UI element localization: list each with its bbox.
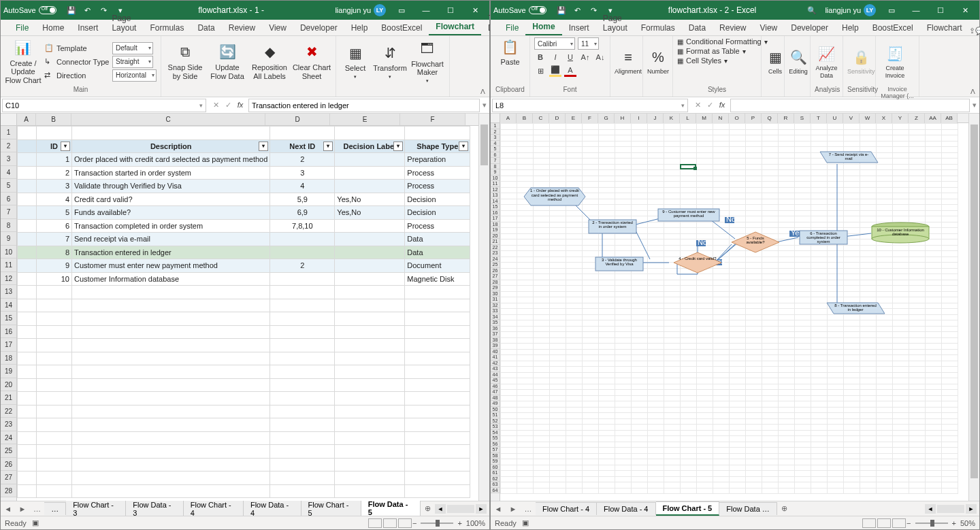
tab-help[interactable]: Help (344, 20, 375, 35)
cell[interactable] (37, 352, 72, 365)
cell[interactable]: Order placed with credit card selected a… (72, 153, 270, 167)
row-header[interactable]: 10 (1, 246, 16, 259)
col-header[interactable]: D (265, 114, 330, 125)
sheet-nav-button[interactable]: ◄ (491, 505, 506, 513)
cell[interactable]: 9 (37, 259, 72, 273)
row-header[interactable]: 57 (491, 447, 500, 453)
cell[interactable] (405, 458, 470, 471)
cell[interactable]: 7 (37, 233, 72, 246)
font-size-combo[interactable]: 11 (578, 37, 599, 50)
vertical-scrollbar[interactable] (968, 114, 979, 501)
hscroll-left[interactable]: ◄ (925, 504, 936, 514)
row-header[interactable]: 21 (1, 391, 16, 405)
view-pagebreak-button[interactable] (398, 518, 412, 528)
cell[interactable]: 3 (270, 166, 335, 180)
cell[interactable] (335, 392, 405, 405)
cell[interactable] (18, 153, 37, 167)
cell[interactable] (18, 219, 37, 233)
col-header[interactable]: F (400, 114, 466, 125)
row-header[interactable]: 36 (491, 326, 500, 332)
row-header[interactable]: 11 (491, 181, 500, 187)
sheet-tab[interactable]: Flow Chart - 5 (656, 501, 720, 516)
row-header[interactable]: 55 (491, 435, 500, 442)
cell[interactable]: Process (405, 166, 470, 180)
cell[interactable]: Decision (405, 206, 470, 220)
cell[interactable]: 3 (37, 180, 72, 193)
cell[interactable]: Magnetic Disk (405, 272, 470, 286)
cell[interactable] (270, 418, 335, 432)
row-header[interactable]: 61 (491, 470, 500, 476)
tab-developer[interactable]: Developer (293, 20, 344, 35)
cell[interactable] (18, 206, 37, 220)
row-header[interactable]: 14 (491, 199, 500, 205)
flowchart-maker-button[interactable]: 🗔Flowchart Maker▾ (410, 39, 445, 84)
cell[interactable]: 5 (37, 206, 72, 220)
cell[interactable] (335, 166, 405, 180)
zoom-out-button[interactable]: − (412, 519, 416, 527)
row-header[interactable]: 17 (1, 338, 16, 352)
undo-icon[interactable]: ↶ (81, 3, 95, 17)
format-as-table-button[interactable]: ▦ Format as Table ▾ (677, 47, 746, 55)
sheet-nav-button[interactable]: ► (15, 505, 29, 513)
formula-bar[interactable]: Transaction entered in ledger (248, 99, 480, 112)
row-header[interactable]: 54 (491, 430, 500, 436)
cell[interactable] (270, 325, 335, 339)
border-button[interactable]: ⊞ (534, 65, 546, 77)
col-header[interactable]: AB (941, 114, 958, 123)
cell[interactable] (270, 352, 335, 365)
row-header[interactable]: 13 (491, 193, 500, 199)
macro-record-icon[interactable]: ▣ (32, 518, 39, 527)
cell[interactable] (335, 365, 405, 379)
tab-data[interactable]: Data (682, 20, 713, 35)
tab-insert[interactable]: Insert (71, 20, 105, 35)
cell[interactable] (335, 153, 405, 167)
cell-styles-button[interactable]: ▦ Cell Styles ▾ (677, 56, 728, 65)
col-header[interactable]: X (876, 114, 892, 123)
cell[interactable] (18, 233, 37, 246)
enter-formula-icon[interactable]: ✓ (223, 101, 233, 110)
sheet-tab[interactable]: Flow Data - 4 (597, 502, 655, 515)
row-header[interactable]: 18 (1, 352, 16, 365)
sheet-tab[interactable]: Flow Data … (719, 502, 777, 515)
fx-icon[interactable]: fx (235, 101, 246, 110)
col-header[interactable]: V (843, 114, 860, 123)
row-header[interactable]: 26 (491, 268, 500, 274)
tab-flowchart[interactable]: Flowchart (429, 19, 481, 35)
row-header[interactable]: 4 (1, 166, 16, 180)
cell[interactable] (72, 378, 270, 392)
paste-button[interactable]: 📋Paste (497, 37, 524, 67)
cell[interactable] (335, 286, 405, 299)
cell[interactable] (270, 484, 335, 498)
cells-button[interactable]: ▦Cells (766, 48, 785, 75)
row-header[interactable]: 20 (491, 233, 500, 239)
toggle-icon[interactable]: Off (529, 6, 546, 14)
cell[interactable] (72, 299, 270, 312)
col-header[interactable]: E (330, 114, 400, 125)
table-header-cell[interactable]: Next ID▾ (270, 139, 335, 153)
row-header[interactable]: 8 (491, 164, 500, 170)
row-header[interactable]: 3 (491, 135, 500, 141)
cell[interactable] (405, 392, 470, 405)
cell[interactable] (270, 299, 335, 312)
expand-formula-icon[interactable]: ▾ (970, 101, 979, 110)
row-header[interactable]: 52 (491, 418, 500, 425)
cell[interactable] (37, 312, 72, 326)
col-header[interactable]: J (647, 114, 664, 123)
cell[interactable] (335, 233, 405, 246)
cell[interactable] (72, 458, 270, 471)
cell[interactable]: 2 (270, 153, 335, 167)
cell[interactable] (405, 378, 470, 392)
editing-button[interactable]: 🔍Editing (789, 48, 808, 75)
filter-button[interactable]: ▾ (459, 142, 468, 151)
zoom-out-button[interactable]: − (906, 519, 911, 527)
row-header[interactable]: 26 (1, 458, 16, 471)
cancel-formula-icon[interactable]: ✕ (692, 101, 703, 110)
cell[interactable] (37, 299, 72, 312)
cell[interactable] (72, 484, 270, 498)
snap-side-button[interactable]: ⧉Snap Side by Side (165, 43, 205, 80)
col-header[interactable]: N (713, 114, 729, 123)
cell[interactable] (335, 312, 405, 326)
cell[interactable]: Document (405, 259, 470, 273)
col-header[interactable]: P (745, 114, 762, 123)
row-header[interactable]: 12 (491, 187, 500, 193)
